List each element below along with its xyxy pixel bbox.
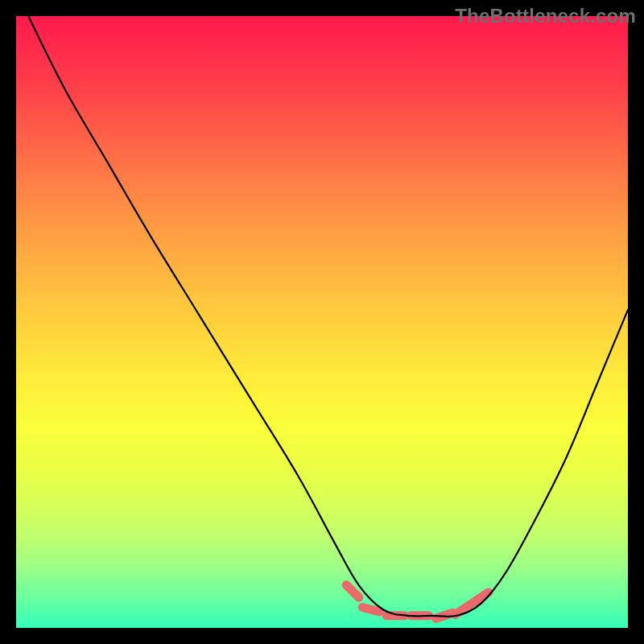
trough-markers [346,585,489,619]
trough-marker [346,585,359,598]
chart-svg [16,16,628,628]
watermark-text: TheBottleneck.com [455,5,636,27]
trough-marker [362,608,379,612]
v-curve [28,16,628,617]
chart-stage: TheBottleneck.com [0,0,644,644]
